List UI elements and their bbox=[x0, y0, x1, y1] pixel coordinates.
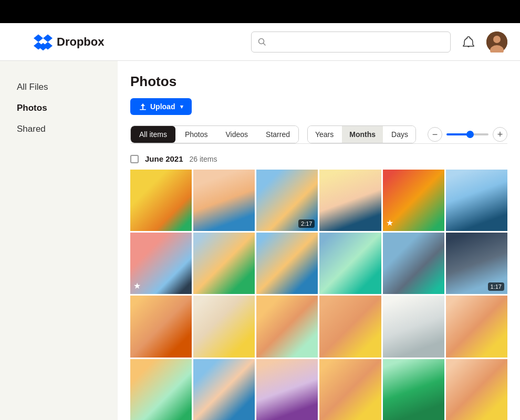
photo-cell[interactable] bbox=[319, 359, 381, 420]
photo-grid: 2:17★★1:17 bbox=[130, 170, 507, 420]
zoom-slider[interactable] bbox=[446, 133, 488, 135]
photo-cell[interactable] bbox=[130, 359, 192, 420]
content-type-filter: All items Photos Videos Starred bbox=[130, 125, 299, 143]
dropbox-logo-icon bbox=[34, 33, 53, 51]
view-years[interactable]: Years bbox=[308, 126, 341, 143]
photo-cell[interactable] bbox=[193, 233, 255, 294]
starred-icon: ★ bbox=[386, 218, 393, 228]
header-right bbox=[459, 32, 507, 52]
photo-cell[interactable]: 1:17 bbox=[446, 233, 507, 294]
search-input[interactable] bbox=[271, 38, 444, 46]
sidebar: All Files Photos Shared bbox=[0, 61, 118, 420]
header: Dropbox bbox=[0, 23, 520, 61]
photo-cell[interactable] bbox=[319, 233, 381, 294]
photo-cell[interactable] bbox=[446, 359, 507, 420]
video-duration-badge: 1:17 bbox=[488, 282, 504, 291]
filter-all-items[interactable]: All items bbox=[131, 126, 175, 143]
section-checkbox[interactable] bbox=[130, 155, 139, 163]
starred-icon: ★ bbox=[133, 281, 141, 291]
section-header: June 2021 26 items bbox=[130, 154, 507, 163]
photo-cell[interactable] bbox=[383, 233, 444, 294]
zoom-in-button[interactable]: + bbox=[493, 127, 507, 142]
search-bar[interactable] bbox=[251, 32, 451, 52]
zoom-slider-thumb[interactable] bbox=[466, 131, 474, 138]
photo-cell[interactable] bbox=[193, 359, 255, 420]
svg-line-6 bbox=[264, 43, 266, 45]
sidebar-item-all-files[interactable]: All Files bbox=[8, 78, 109, 97]
photo-cell[interactable] bbox=[256, 359, 318, 420]
zoom-out-button[interactable]: − bbox=[428, 127, 442, 142]
apps-menu-icon[interactable] bbox=[13, 36, 25, 48]
photo-cell[interactable] bbox=[193, 296, 255, 357]
layout: All Files Photos Shared Photos Upload ▾ … bbox=[0, 61, 520, 420]
view-days[interactable]: Days bbox=[384, 126, 415, 143]
view-months[interactable]: Months bbox=[342, 126, 383, 143]
search-icon bbox=[258, 38, 266, 46]
filter-videos[interactable]: Videos bbox=[217, 126, 257, 143]
upload-chevron-icon: ▾ bbox=[180, 103, 183, 110]
photo-cell[interactable]: 2:17 bbox=[256, 170, 318, 231]
photo-cell[interactable]: ★ bbox=[130, 233, 192, 294]
main-content: Photos Upload ▾ All items Photos Videos … bbox=[118, 61, 520, 420]
photo-cell[interactable] bbox=[256, 233, 318, 294]
filter-starred[interactable]: Starred bbox=[257, 126, 298, 143]
sidebar-item-shared[interactable]: Shared bbox=[8, 120, 109, 139]
photo-cell[interactable] bbox=[193, 170, 255, 231]
filter-photos[interactable]: Photos bbox=[176, 126, 216, 143]
filter-bar: All items Photos Videos Starred Years Mo… bbox=[130, 125, 507, 144]
notifications-icon[interactable] bbox=[459, 33, 478, 51]
video-duration-badge: 2:17 bbox=[298, 219, 315, 228]
section-title: June 2021 bbox=[145, 154, 183, 163]
page-title: Photos bbox=[130, 74, 507, 90]
svg-marker-1 bbox=[43, 34, 53, 41]
photo-cell[interactable] bbox=[446, 170, 507, 231]
svg-point-8 bbox=[493, 36, 501, 43]
photo-cell[interactable]: ★ bbox=[383, 170, 444, 231]
photo-cell[interactable] bbox=[319, 296, 381, 357]
photo-cell[interactable] bbox=[130, 296, 192, 357]
upload-icon bbox=[139, 102, 147, 111]
logo[interactable]: Dropbox bbox=[34, 33, 104, 51]
time-view-filter: Years Months Days bbox=[307, 125, 416, 143]
upload-button-label: Upload bbox=[150, 102, 175, 111]
section-count: 26 items bbox=[190, 155, 217, 163]
photo-cell[interactable] bbox=[319, 170, 381, 231]
top-bar bbox=[0, 0, 520, 23]
photo-cell[interactable] bbox=[383, 296, 444, 357]
user-avatar bbox=[486, 32, 507, 52]
photo-cell[interactable] bbox=[446, 296, 507, 357]
photo-cell[interactable] bbox=[383, 359, 444, 420]
zoom-controls: − + bbox=[428, 127, 507, 142]
avatar[interactable] bbox=[486, 32, 507, 52]
photo-cell[interactable] bbox=[256, 296, 318, 357]
upload-button[interactable]: Upload ▾ bbox=[130, 98, 192, 115]
photo-cell[interactable] bbox=[130, 170, 192, 231]
svg-rect-10 bbox=[140, 109, 146, 110]
sidebar-item-photos[interactable]: Photos bbox=[8, 99, 109, 118]
svg-marker-0 bbox=[34, 34, 43, 41]
logo-text: Dropbox bbox=[57, 35, 104, 49]
